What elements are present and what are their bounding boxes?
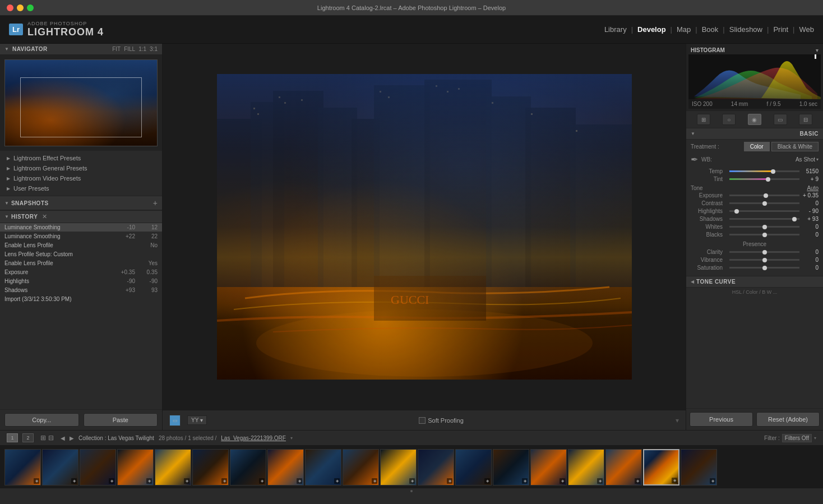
preset-item-user[interactable]: ▶ User Presets — [0, 183, 162, 193]
temp-slider[interactable] — [729, 170, 799, 172]
thumb-1[interactable]: ◈ — [4, 449, 41, 485]
filter-select[interactable]: Filters Off — [782, 434, 812, 442]
filmstrip-next-button[interactable]: ▶ — [70, 435, 74, 441]
saturation-slider[interactable] — [729, 267, 799, 269]
view-selector[interactable]: YY ▾ — [187, 415, 207, 425]
shadows-thumb[interactable] — [792, 217, 797, 221]
thumb-9[interactable]: ◈ — [305, 449, 341, 485]
toolbar-expand-button[interactable]: ▾ — [676, 417, 679, 424]
history-item-5[interactable]: Exposure +0.35 0.35 — [0, 268, 162, 277]
spot-removal-icon[interactable]: ◉ — [748, 114, 761, 125]
page-2-button[interactable]: 2 — [22, 433, 34, 442]
blacks-slider[interactable] — [729, 234, 799, 235]
zoom-fill[interactable]: FILL — [124, 46, 135, 52]
bottom-resize-handle[interactable] — [0, 488, 823, 494]
thumb-15[interactable]: ◈ — [530, 449, 567, 485]
redeye-tool-icon[interactable]: ▭ — [774, 114, 787, 125]
thumb-14[interactable]: ◈ — [493, 449, 529, 485]
filmstrip-grid-icon[interactable]: ⊟ — [48, 434, 54, 442]
clarity-thumb[interactable] — [762, 250, 767, 255]
snapshots-add-button[interactable]: + — [153, 198, 158, 207]
auto-button[interactable]: Auto — [807, 185, 819, 191]
zoom-3-1[interactable]: 3:1 — [150, 46, 158, 52]
zoom-fit[interactable]: FIT — [112, 46, 121, 52]
thumb-8[interactable]: ◈ — [267, 449, 304, 485]
whites-thumb[interactable] — [762, 225, 767, 229]
reset-button[interactable]: Reset (Adobe) — [756, 412, 820, 427]
gradient-tool-icon[interactable]: ⊟ — [799, 114, 812, 125]
thumb-6[interactable]: ◈ — [192, 449, 229, 485]
nav-map[interactable]: Map — [677, 25, 691, 34]
filmstrip-prev-button[interactable]: ◀ — [61, 435, 65, 441]
history-item-0[interactable]: Luminance Smoothing -10 12 — [0, 223, 162, 232]
whites-slider[interactable] — [729, 226, 799, 228]
history-item-8[interactable]: Import (3/3/12 3:50:30 PM) — [0, 295, 162, 304]
history-header[interactable]: ▼ History ✕ — [0, 210, 162, 223]
previous-button[interactable]: Previous — [690, 412, 753, 427]
thumb-11[interactable]: ◈ — [380, 449, 417, 485]
contrast-thumb[interactable] — [762, 201, 767, 206]
crop-overlay-tool[interactable]: ▭ — [169, 415, 181, 426]
highlights-thumb[interactable] — [734, 209, 739, 214]
eyedropper-icon[interactable]: ✒ — [691, 154, 698, 165]
wb-dropdown-icon[interactable]: ▾ — [816, 157, 819, 162]
thumb-16[interactable]: ◈ — [568, 449, 604, 485]
history-item-6[interactable]: Highlights -90 -90 — [0, 277, 162, 286]
history-item-4[interactable]: Enable Lens Profile Yes — [0, 259, 162, 268]
snapshots-header[interactable]: ▼ Snapshots + — [0, 196, 162, 210]
nav-book[interactable]: Book — [702, 25, 719, 34]
histogram-expand[interactable]: ▾ — [816, 48, 819, 53]
history-item-2[interactable]: Enable Lens Profile No — [0, 241, 162, 250]
navigator-header[interactable]: ▼ Navigator FIT FILL 1:1 3:1 — [0, 44, 162, 55]
grid-tool-icon[interactable]: ⊞ — [697, 114, 710, 125]
temp-slider-thumb[interactable] — [771, 169, 775, 174]
exposure-thumb[interactable] — [764, 193, 768, 198]
exposure-slider[interactable] — [729, 195, 799, 196]
color-treatment-button[interactable]: Color — [744, 142, 770, 151]
thumb-5[interactable]: ◈ — [155, 449, 191, 485]
thumb-10[interactable]: ◈ — [343, 449, 379, 485]
preset-item-video[interactable]: ▶ Lightroom Video Presets — [0, 173, 162, 183]
bw-treatment-button[interactable]: Black & White — [771, 142, 819, 151]
close-button[interactable] — [7, 4, 13, 11]
history-item-3[interactable]: Lens Profile Setup: Custom — [0, 250, 162, 259]
thumb-18[interactable]: ◈ — [643, 449, 679, 485]
tone-curve-header[interactable]: ◀ Tone Curve — [686, 276, 823, 288]
crop-tool-icon[interactable]: ○ — [722, 114, 736, 125]
nav-print[interactable]: Print — [773, 25, 788, 34]
paste-button[interactable]: Paste — [84, 413, 158, 427]
blacks-thumb[interactable] — [762, 233, 767, 237]
page-1-button[interactable]: 1 — [7, 433, 18, 442]
nav-develop[interactable]: Develop — [637, 25, 666, 34]
nav-library[interactable]: Library — [604, 25, 627, 34]
vibrance-slider[interactable] — [729, 259, 799, 261]
thumb-3[interactable]: ◈ — [80, 449, 116, 485]
soft-proofing-toggle[interactable]: Soft Proofing — [419, 417, 464, 424]
tint-slider-thumb[interactable] — [766, 177, 770, 182]
zoom-1-1[interactable]: 1:1 — [138, 46, 146, 52]
clarity-slider[interactable] — [729, 251, 799, 253]
history-item-1[interactable]: Luminance Smoothing +22 22 — [0, 232, 162, 241]
file-dropdown-icon[interactable]: ▾ — [290, 436, 293, 441]
minimize-button[interactable] — [17, 4, 24, 11]
history-close-button[interactable]: ✕ — [42, 213, 47, 220]
contrast-slider[interactable] — [729, 202, 799, 204]
filter-expand-icon[interactable]: ▾ — [814, 436, 816, 441]
vibrance-thumb[interactable] — [762, 258, 767, 262]
history-item-7[interactable]: Shadows +93 93 — [0, 286, 162, 295]
thumb-7[interactable]: ◈ — [230, 449, 266, 485]
saturation-thumb[interactable] — [762, 266, 767, 270]
basic-header[interactable]: ▼ Basic — [686, 128, 823, 140]
shadows-slider[interactable] — [729, 218, 799, 220]
thumb-13[interactable]: ◈ — [455, 449, 492, 485]
thumb-17[interactable]: ◈ — [605, 449, 642, 485]
tint-slider[interactable] — [729, 178, 799, 180]
current-file-label[interactable]: Las_Vegas-2221399.ORF — [221, 435, 286, 441]
copy-button[interactable]: Copy... — [4, 413, 79, 427]
highlights-slider[interactable] — [729, 210, 799, 212]
thumb-12[interactable]: ◈ — [418, 449, 454, 485]
window-controls[interactable] — [7, 4, 34, 11]
thumb-19[interactable]: ◈ — [681, 449, 717, 485]
maximize-button[interactable] — [27, 4, 34, 11]
thumb-2[interactable]: ◈ — [42, 449, 78, 485]
